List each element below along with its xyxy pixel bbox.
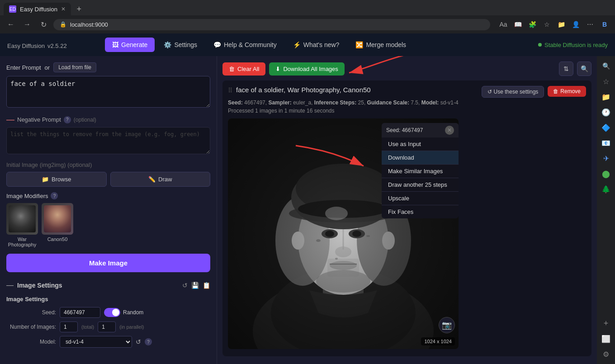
popup-close-btn[interactable]: ✕ (445, 126, 454, 135)
settings-reset-icon[interactable]: ↺ (182, 282, 188, 289)
result-model: sd-v1-4 (440, 99, 459, 106)
use-settings-btn[interactable]: ↺ Use these settings (482, 86, 544, 98)
menu-btn[interactable]: ⋯ (584, 19, 596, 30)
sidebar-ext3-btn[interactable]: ✈ (600, 152, 612, 165)
sidebar-ext5-btn[interactable]: 🌲 (600, 183, 612, 195)
prompt-or-text: or (45, 64, 50, 71)
num-images-label: Number of Images: (6, 324, 56, 330)
make-image-btn[interactable]: Make Image (6, 254, 210, 272)
modifier-war-thumb (6, 203, 38, 235)
help-icon: 💬 (213, 41, 221, 48)
reader-btn[interactable]: 📖 (512, 19, 524, 30)
search-btn[interactable]: 🔍 (577, 61, 591, 76)
modifier-canon-thumb (42, 203, 73, 235)
extensions-btn[interactable]: 🧩 (526, 19, 538, 30)
download-all-btn[interactable]: ⬇ Download All Images (269, 62, 344, 76)
prompt-input[interactable]: face of a soldier (6, 76, 210, 108)
profile-btn[interactable]: 👤 (570, 19, 582, 30)
tab-close-btn[interactable]: ✕ (61, 6, 66, 12)
num-parallel-input[interactable] (98, 321, 116, 332)
seed-input[interactable] (60, 307, 100, 318)
back-btn[interactable]: ← (5, 18, 17, 31)
nav-tab-settings-label: Settings (174, 41, 197, 48)
sidebar-add-btn[interactable]: + (600, 317, 612, 330)
num-images-input[interactable] (60, 321, 78, 332)
copilot-btn[interactable]: B (599, 19, 610, 30)
toolbar-wrapper: 🗑 Clear All ⬇ Download All Images ⇅ 🔍 (222, 61, 591, 76)
modifier-war-photography[interactable]: War Photography (6, 203, 38, 247)
sidebar-layout-btn[interactable]: ⬜ (600, 332, 612, 345)
nav-tab-settings[interactable]: ⚙️ Settings (156, 38, 204, 52)
sidebar-ext1-btn[interactable]: 🔷 (600, 121, 612, 134)
modifier-war-img (6, 203, 38, 235)
model-refresh-icon[interactable]: ↺ (136, 338, 141, 345)
browser-tab[interactable]: ED Easy Diffusion ✕ (4, 3, 71, 15)
settings-icon: ⚙️ (164, 41, 171, 48)
popup-draw-steps[interactable]: Draw another 25 steps (382, 178, 459, 192)
sidebar-settings-btn[interactable]: ⚙ (600, 348, 612, 360)
status-text: Stable Diffusion is ready (544, 42, 608, 48)
app-title: Easy Diffusion v2.5.22 (7, 39, 98, 51)
browse-btn[interactable]: 📁 Browse (6, 172, 107, 187)
new-tab-btn[interactable]: + (73, 3, 85, 15)
modifiers-info-icon[interactable]: ? (51, 192, 58, 199)
draw-btn[interactable]: ✏️ Draw (110, 172, 211, 187)
nav-tab-merge-label: Merge models (366, 41, 406, 48)
model-label: Model: (6, 339, 56, 345)
result-seed: 4667497 (244, 99, 265, 106)
neg-collapse-btn[interactable]: — (6, 115, 14, 124)
address-bar: ← → ↻ 🔒 localhost:9000 Aa 📖 🧩 ☆ 📁 👤 ⋯ B (0, 15, 615, 33)
reload-btn[interactable]: ↻ (37, 18, 50, 31)
popup-download[interactable]: Download (382, 151, 459, 165)
nav-tab-merge[interactable]: 🔀 Merge models (348, 38, 413, 52)
sidebar-favorites-btn[interactable]: ☆ (600, 75, 612, 88)
settings-collapse-icon: — (6, 281, 14, 289)
clear-all-btn[interactable]: 🗑 Clear All (222, 62, 265, 76)
sort-btn[interactable]: ⇅ (559, 61, 573, 76)
neg-prompt-input[interactable] (6, 127, 210, 154)
nav-tab-generate[interactable]: 🖼 Generate (105, 38, 155, 52)
popup-make-similar[interactable]: Make Similar Images (382, 165, 459, 178)
nav-tab-whatsnew[interactable]: ⚡ What's new? (286, 38, 347, 52)
settings-subtitle: Image Settings (6, 296, 210, 303)
sidebar-search-btn[interactable]: 🔍 (600, 60, 612, 72)
merge-icon: 🔀 (355, 41, 363, 48)
forward-btn[interactable]: → (21, 18, 33, 31)
random-toggle[interactable] (104, 308, 120, 317)
model-select[interactable]: sd-v1-4 (60, 336, 132, 348)
collections-btn[interactable]: 📁 (555, 19, 567, 30)
sidebar-ext4-btn[interactable]: ⬤ (600, 167, 612, 180)
main-body: Enter Prompt or Load from file face of a… (0, 56, 615, 364)
sidebar-ext2-btn[interactable]: 📧 (600, 137, 612, 149)
settings-copy-icon[interactable]: 📋 (203, 282, 210, 289)
result-steps: 25 (358, 99, 364, 106)
popup-header: Seed: 4667497 ✕ (382, 123, 459, 137)
result-card: ⠿ face of a soldier, War Photography, Ca… (222, 80, 591, 356)
url-bar[interactable]: 🔒 localhost:9000 (53, 19, 490, 30)
neg-info-icon[interactable]: ? (64, 116, 71, 123)
right-sidebar: 🔍 ☆ 📁 🕐 🔷 📧 ✈ ⬤ 🌲 + ⬜ ⚙ (597, 56, 615, 364)
nav-tab-help-label: Help & Community (224, 41, 277, 48)
settings-icons: ↺ 💾 📋 (182, 282, 210, 289)
modifier-canon50[interactable]: Canon50 (42, 203, 73, 247)
browse-label: Browse (52, 176, 71, 183)
popup-use-as-input[interactable]: Use as Input (382, 137, 459, 151)
camera-icon-btn[interactable]: 📷 (439, 317, 455, 333)
draw-icon: ✏️ (148, 176, 156, 183)
drag-icon: ⠿ (228, 87, 232, 94)
translate-btn[interactable]: Aa (497, 19, 509, 30)
sidebar-history-btn[interactable]: 🕐 (600, 106, 612, 118)
load-file-btn[interactable]: Load from file (53, 62, 96, 72)
settings-save-icon[interactable]: 💾 (191, 282, 199, 289)
model-info-icon[interactable]: ? (145, 338, 152, 345)
sidebar-collections-btn[interactable]: 📁 (600, 90, 612, 103)
nav-tab-help[interactable]: 💬 Help & Community (206, 38, 284, 52)
popup-fix-faces[interactable]: Fix Faces (382, 205, 459, 218)
num-images-row: Number of Images: (total) (in parallel) (6, 321, 210, 332)
image-settings-header[interactable]: — Image Settings ↺ 💾 📋 (6, 279, 210, 292)
toggle-knob (112, 309, 119, 316)
popup-upscale[interactable]: Upscale (382, 192, 459, 205)
favorites-btn[interactable]: ☆ (541, 19, 553, 30)
modifier-canon-img (42, 203, 73, 235)
remove-btn[interactable]: 🗑 Remove (548, 86, 586, 97)
